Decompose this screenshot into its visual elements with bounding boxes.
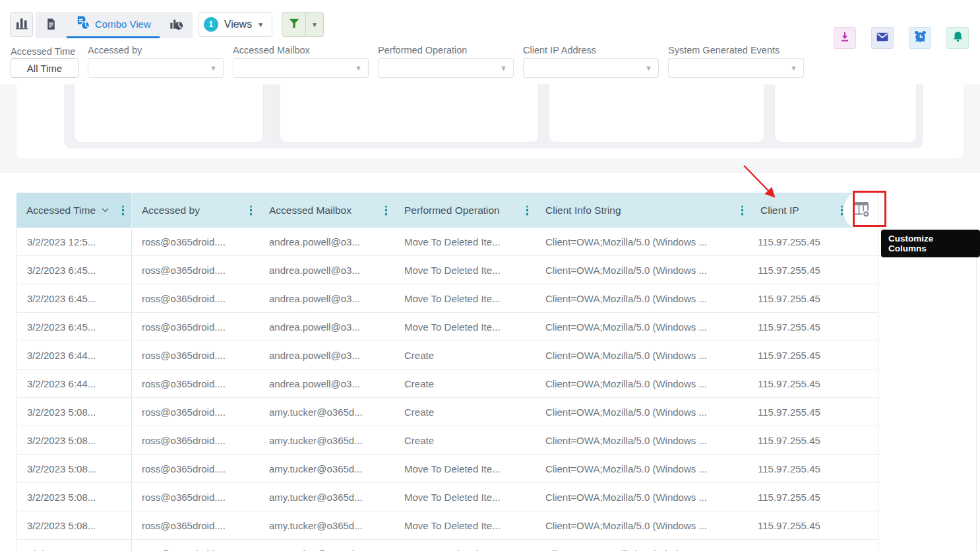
- column-menu-icon[interactable]: [841, 205, 843, 215]
- sort-descending-icon: [102, 208, 109, 212]
- chevron-down-icon: ▼: [790, 64, 797, 72]
- column-header-client-info-string[interactable]: Client Info String: [536, 193, 750, 228]
- table-cell: Move To Deleted Ite...: [394, 540, 536, 551]
- chart-view-button[interactable]: [10, 12, 33, 37]
- table-row[interactable]: 3/2/2023 5:08...ross@o365droid....amy.tu…: [16, 540, 878, 551]
- table-cell: ross@o365droid....: [132, 483, 259, 511]
- summary-card: [280, 84, 539, 143]
- table-cell-spacer: [850, 284, 878, 312]
- export-button[interactable]: [834, 27, 856, 49]
- table-row[interactable]: 3/2/2023 12:5...ross@o365droid....andrea…: [16, 228, 878, 256]
- customize-columns-button[interactable]: [847, 197, 875, 224]
- table-row[interactable]: 3/2/2023 6:45...ross@o365droid....andrea…: [16, 256, 878, 284]
- column-menu-icon[interactable]: [122, 205, 124, 215]
- filter-label-system-generated: System Generated Events: [668, 42, 804, 58]
- table-cell: andrea.powell@o3...: [259, 256, 394, 284]
- chevron-down-icon: ▼: [500, 64, 507, 72]
- summary-strip: [0, 84, 980, 173]
- table-cell: 3/2/2023 6:45...: [16, 284, 132, 312]
- summary-panel: [16, 84, 964, 158]
- filter-label-accessed-time: Accessed Time: [11, 45, 78, 58]
- envelope-icon: [875, 30, 890, 46]
- table-row[interactable]: 3/2/2023 6:44...ross@o365droid....andrea…: [16, 370, 878, 398]
- table-cell: amy.tucker@o365d...: [259, 426, 394, 454]
- accessed-by-select[interactable]: ▼: [88, 58, 224, 78]
- filter-label-accessed-mailbox: Accessed Mailbox: [233, 42, 369, 58]
- tab-combo-view[interactable]: Combo View: [67, 12, 160, 38]
- client-ip-select[interactable]: ▼: [523, 58, 659, 78]
- column-label: Accessed by: [142, 205, 200, 216]
- column-menu-icon[interactable]: [385, 205, 387, 215]
- table-row[interactable]: 3/2/2023 6:45...ross@o365droid....andrea…: [16, 313, 878, 341]
- column-header-accessed-by[interactable]: Accessed by: [132, 193, 259, 228]
- column-header-accessed-mailbox[interactable]: Accessed Mailbox: [259, 193, 394, 228]
- table-cell: Create: [394, 341, 536, 369]
- table-cell: andrea.powell@o3...: [259, 284, 394, 312]
- system-generated-select[interactable]: ▼: [668, 58, 804, 78]
- bar-chart-icon: [14, 15, 30, 34]
- tab-summary-view[interactable]: [36, 12, 67, 38]
- table-cell: 3/2/2023 6:44...: [16, 341, 132, 369]
- view-tabstrip: Combo View: [36, 12, 193, 38]
- column-label: Accessed Time: [26, 205, 96, 216]
- top-toolbar: Combo View 1 Views ▼ ▼: [10, 12, 324, 38]
- chevron-down-icon: ▼: [645, 64, 652, 72]
- time-range-button[interactable]: All Time: [11, 58, 78, 78]
- table-row[interactable]: 3/2/2023 5:08...ross@o365droid....amy.tu…: [16, 511, 878, 540]
- table-cell: Move To Deleted Ite...: [394, 455, 536, 482]
- table-cell-spacer: [850, 455, 878, 482]
- funnel-icon: [288, 16, 301, 33]
- column-header-performed-operation[interactable]: Performed Operation: [394, 193, 536, 228]
- table-row[interactable]: 3/2/2023 5:08...ross@o365droid....amy.tu…: [16, 455, 878, 483]
- download-icon: [838, 30, 851, 46]
- table-header-row: Accessed Time Accessed by Accessed Mailb…: [16, 193, 878, 228]
- table-cell: amy.tucker@o365d...: [259, 540, 394, 551]
- table-cell: Move To Deleted Ite...: [394, 228, 536, 255]
- table-cell: 115.97.255.45: [750, 398, 850, 426]
- accessed-mailbox-select[interactable]: ▼: [233, 58, 369, 78]
- table-body: 3/2/2023 12:5...ross@o365droid....andrea…: [16, 228, 878, 551]
- combo-view-icon: [75, 15, 90, 33]
- column-label: Client IP: [760, 205, 799, 216]
- table-row[interactable]: 3/2/2023 5:08...ross@o365droid....amy.tu…: [16, 398, 878, 426]
- audit-table: Accessed Time Accessed by Accessed Mailb…: [16, 193, 878, 551]
- table-cell: 115.97.255.45: [750, 313, 850, 340]
- table-cell: Client=OWA;Mozilla/5.0 (Windows ...: [536, 228, 750, 255]
- table-cell: ross@o365droid....: [132, 426, 259, 454]
- table-cell: ross@o365droid....: [132, 370, 259, 397]
- filter-button[interactable]: [282, 13, 306, 36]
- email-button[interactable]: [871, 27, 894, 49]
- table-cell: 115.97.255.45: [750, 455, 850, 482]
- views-count-badge: 1: [204, 17, 218, 32]
- schedule-alarm-button[interactable]: [909, 27, 931, 49]
- column-menu-icon[interactable]: [526, 205, 528, 215]
- column-menu-icon[interactable]: [741, 205, 743, 215]
- tab-graph-view[interactable]: [160, 12, 193, 38]
- column-label: Client Info String: [545, 205, 621, 216]
- performed-operation-select[interactable]: ▼: [378, 58, 514, 78]
- column-header-client-ip[interactable]: Client IP: [750, 193, 850, 228]
- table-cell: ross@o365droid....: [132, 284, 259, 312]
- filter-label-accessed-by: Accessed by: [88, 42, 224, 58]
- alerts-bell-button[interactable]: [946, 27, 969, 49]
- table-cell: 115.97.255.45: [750, 284, 850, 312]
- table-cell: Client=OWA;Mozilla/5.0 (Windows ...: [536, 455, 750, 482]
- table-row[interactable]: 3/2/2023 6:44...ross@o365droid....andrea…: [16, 341, 878, 370]
- table-cell: ross@o365droid....: [132, 256, 259, 284]
- table-cell: 115.97.255.45: [750, 228, 850, 255]
- table-row[interactable]: 3/2/2023 5:08...ross@o365droid....amy.tu…: [16, 483, 878, 511]
- table-cell: 115.97.255.45: [750, 370, 850, 397]
- table-cell: andrea.powell@o3...: [259, 370, 394, 397]
- table-cell: ross@o365droid....: [132, 341, 259, 369]
- filter-dropdown-toggle[interactable]: ▼: [306, 13, 323, 36]
- table-cell: Client=OWA;Mozilla/5.0 (Windows ...: [536, 426, 750, 454]
- table-cell: Move To Deleted Ite...: [394, 313, 536, 340]
- column-header-accessed-time[interactable]: Accessed Time: [16, 193, 132, 228]
- table-cell: 3/2/2023 5:08...: [16, 426, 132, 454]
- table-row[interactable]: 3/2/2023 6:45...ross@o365droid....andrea…: [16, 284, 878, 313]
- table-row[interactable]: 3/2/2023 5:08...ross@o365droid....amy.tu…: [16, 426, 878, 455]
- table-cell: Move To Deleted Ite...: [394, 483, 536, 511]
- column-menu-icon[interactable]: [250, 205, 252, 215]
- chevron-down-icon: ▼: [210, 64, 217, 72]
- views-dropdown-button[interactable]: 1 Views ▼: [199, 12, 272, 37]
